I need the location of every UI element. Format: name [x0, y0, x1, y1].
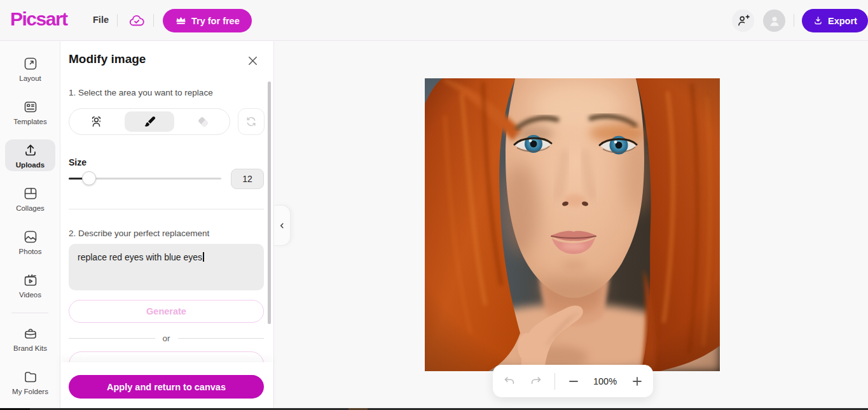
apply-button[interactable]: Apply and return to canvas — [69, 375, 264, 399]
header-divider — [153, 14, 154, 27]
minus-icon — [567, 375, 580, 388]
person-add-icon — [736, 14, 750, 28]
size-label: Size — [69, 157, 86, 167]
canvas-area[interactable]: 100% — [275, 41, 868, 410]
step1-label: 1. Select the area you want to replace — [69, 88, 213, 97]
uploads-icon — [23, 143, 38, 158]
eraser-icon — [196, 115, 210, 129]
invite-button[interactable] — [732, 10, 754, 32]
sidebar-item-label: Uploads — [16, 161, 45, 169]
brush-tool[interactable] — [123, 109, 176, 134]
generate-button[interactable]: Generate — [69, 300, 264, 323]
brush-icon — [142, 115, 157, 129]
sidebar-item-label: Layout — [19, 74, 41, 82]
layout-icon — [23, 56, 38, 71]
canvas-toolbar: 100% — [493, 365, 653, 397]
close-icon — [247, 55, 259, 67]
modify-image-panel: Modify image 1. Select the area you want… — [60, 41, 274, 410]
step2-label: 2. Describe your perfect replacement — [69, 229, 209, 238]
panel-title: Modify image — [69, 52, 146, 66]
templates-icon — [23, 99, 38, 115]
size-value[interactable]: 12 — [231, 169, 264, 189]
undo-icon — [502, 374, 516, 388]
export-button[interactable]: Export — [802, 9, 868, 32]
sidebar-item-collages[interactable]: Collages — [5, 183, 55, 215]
or-line-right — [178, 338, 265, 339]
sidebar-item-videos[interactable]: Videos — [5, 269, 55, 301]
panel-scrollbar[interactable] — [268, 81, 271, 324]
folder-icon — [23, 369, 38, 385]
or-line-left — [69, 338, 155, 339]
picsart-logo[interactable]: Picsart — [10, 8, 67, 30]
briefcase-icon — [23, 326, 38, 341]
reset-selection-button[interactable] — [238, 108, 265, 135]
zoom-level[interactable]: 100% — [592, 376, 619, 386]
person-icon — [767, 13, 782, 29]
sidebar-item-brand-kits[interactable]: Brand Kits — [5, 323, 55, 355]
sidebar-item-uploads[interactable]: Uploads — [5, 139, 55, 171]
selection-tool-group — [69, 108, 230, 135]
zoom-in-button[interactable] — [629, 373, 645, 390]
file-menu[interactable]: File — [93, 15, 109, 25]
redo-button[interactable] — [528, 373, 544, 390]
export-label: Export — [828, 16, 857, 26]
panel-divider — [69, 209, 264, 209]
text-caret — [203, 252, 204, 262]
collapse-panel-button[interactable] — [274, 205, 291, 246]
picsart-editor: Picsart File Try for free — [0, 0, 868, 410]
header-divider — [117, 14, 118, 27]
sidebar-item-my-folders[interactable]: My Folders — [5, 366, 55, 398]
sidebar-item-photos[interactable]: Photos — [5, 226, 55, 258]
sidebar-item-label: Videos — [19, 291, 41, 299]
prompt-input[interactable]: replace red eyes with blue eyes — [69, 244, 264, 290]
close-panel-button[interactable] — [245, 53, 259, 67]
left-sidebar: Layout Templates Uploads Collages — [0, 41, 60, 410]
photos-icon — [23, 229, 38, 244]
refresh-icon — [245, 115, 258, 128]
download-icon — [813, 15, 823, 26]
sidebar-divider — [11, 313, 48, 313]
sidebar-item-label: My Folders — [12, 388, 48, 395]
crown-icon — [175, 15, 187, 27]
sidebar-item-label: Templates — [13, 118, 46, 125]
size-slider-thumb[interactable] — [82, 171, 96, 185]
collages-icon — [23, 186, 38, 201]
eraser-tool[interactable] — [176, 109, 230, 134]
auto-select-tool[interactable] — [69, 109, 123, 134]
sidebar-item-label: Brand Kits — [13, 344, 47, 352]
sidebar-item-label: Collages — [16, 204, 45, 212]
undo-button[interactable] — [501, 373, 518, 390]
header-divider — [794, 14, 794, 27]
sidebar-item-layout[interactable]: Layout — [5, 53, 55, 85]
try-for-free-button[interactable]: Try for free — [163, 9, 252, 32]
or-divider: or — [69, 334, 264, 343]
zoom-out-button[interactable] — [565, 373, 582, 390]
avatar[interactable] — [763, 10, 785, 32]
or-label: or — [163, 334, 170, 343]
canvas-image[interactable] — [425, 78, 720, 371]
cloud-sync-button[interactable] — [128, 12, 146, 30]
videos-icon — [23, 272, 38, 288]
prompt-text: replace red eyes with blue eyes — [78, 252, 202, 262]
plus-icon — [631, 375, 644, 388]
try-for-free-label: Try for free — [191, 16, 240, 26]
person-select-icon — [89, 115, 104, 129]
sidebar-item-label: Photos — [19, 248, 42, 255]
toolbar-divider — [555, 373, 555, 390]
top-bar: Picsart File Try for free — [0, 0, 868, 41]
sidebar-item-templates[interactable]: Templates — [5, 96, 55, 128]
panel-footer: Apply and return to canvas — [60, 362, 273, 410]
cloud-check-icon — [128, 13, 145, 29]
chevron-left-icon — [279, 222, 286, 229]
redo-icon — [529, 374, 543, 388]
